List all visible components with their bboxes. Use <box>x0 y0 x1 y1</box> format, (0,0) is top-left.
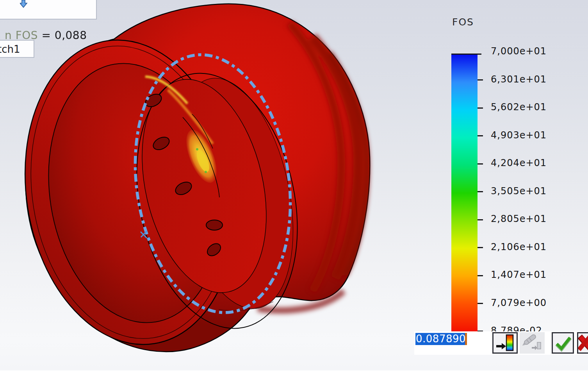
probe-button-disabled[interactable] <box>520 332 545 354</box>
edit-color-map-button[interactable] <box>492 332 518 354</box>
legend-tick <box>478 191 483 192</box>
legend-tick <box>478 247 483 248</box>
legend-label: 7,000e+01 <box>491 46 557 57</box>
legend-tick <box>478 107 483 109</box>
sketch-callout[interactable]: etch1 <box>0 40 34 58</box>
text-caret <box>465 333 467 345</box>
legend-label: 7,079e+00 <box>491 297 557 308</box>
iso-value-selected-text[interactable]: 0.087890 <box>415 333 466 345</box>
legend-label: 2,106e+01 <box>491 241 557 252</box>
legend-tick <box>478 79 483 80</box>
legend-label: 4,204e+01 <box>491 157 557 168</box>
min-fos-annotation-prefix: n FOS <box>5 29 41 42</box>
accept-button[interactable] <box>552 332 574 354</box>
legend-tick <box>478 219 483 220</box>
min-fos-annotation: n FOS = 0,088 <box>5 29 87 42</box>
arrow-into-colorbar-icon <box>494 333 517 352</box>
annotation-flag-box[interactable] <box>0 0 97 20</box>
cancel-button[interactable] <box>577 332 588 354</box>
sketch-callout-label: etch1 <box>0 43 20 55</box>
legend-label: 6,301e+01 <box>491 74 557 85</box>
legend-label: 1,407e+01 <box>491 269 557 280</box>
red-x-icon <box>578 333 588 352</box>
iso-value-panel: 0.087890 <box>414 331 588 355</box>
legend-label: 2,805e+01 <box>491 213 557 224</box>
green-checkmark-icon <box>553 333 573 352</box>
legend-label: 4,903e+01 <box>491 130 557 141</box>
legend-title: FOS <box>452 16 474 28</box>
legend-colorbar[interactable] <box>451 55 478 331</box>
legend-tick <box>478 275 483 276</box>
legend-label: 5,602e+01 <box>491 102 557 113</box>
legend-tick <box>478 135 483 136</box>
min-fos-annotation-value: = 0,088 <box>41 29 87 42</box>
iso-value-input[interactable]: 0.087890 <box>415 332 488 354</box>
legend-tick <box>478 303 483 304</box>
legend-label: 3,505e+01 <box>491 186 557 197</box>
bottom-margin <box>0 370 588 381</box>
legend-tick <box>478 163 483 165</box>
blue-down-arrow-icon[interactable] <box>20 0 28 8</box>
eyedropper-icon <box>520 332 542 351</box>
